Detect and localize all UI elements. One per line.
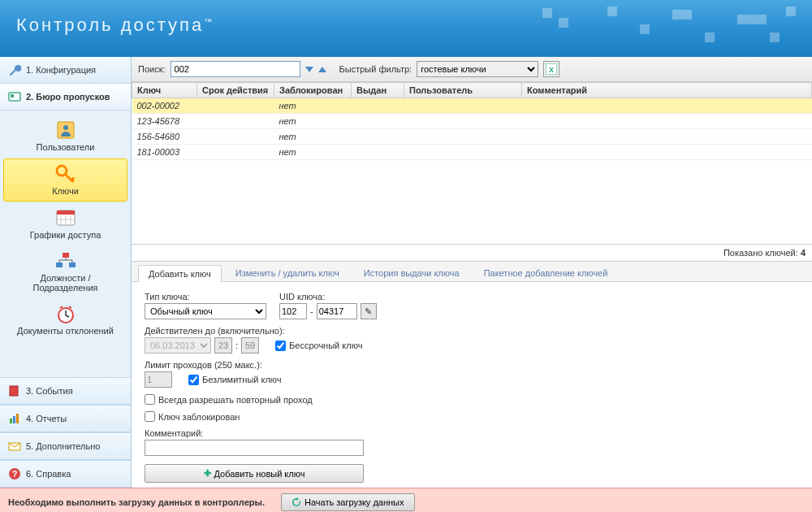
header-decoration (487, 0, 812, 57)
valid-hour-input (214, 337, 232, 354)
comment-label: Комментарий: (145, 428, 799, 438)
svg-point-3 (63, 125, 68, 130)
limit-label: Лимит проходов (250 макс.): (145, 360, 799, 370)
sub-schedules[interactable]: Графики доступа (3, 203, 127, 245)
svg-text:?: ? (12, 469, 18, 479)
unlimited-checkbox[interactable] (275, 341, 286, 351)
svg-rect-1 (11, 94, 14, 98)
sub-documents[interactable]: Документы отклонений (3, 299, 127, 341)
filter-select[interactable]: гостевые ключи (417, 61, 538, 77)
col-issued[interactable]: Выдан (352, 83, 404, 98)
sub-nav: Пользователи Ключи Графики доступа Должн… (0, 111, 131, 377)
svg-rect-12 (56, 263, 63, 267)
nav-bureau[interactable]: 2. Бюро пропусков (0, 84, 131, 111)
book-icon (8, 384, 21, 397)
tab-edit[interactable]: Изменить / удалить ключ (225, 264, 350, 281)
mail-icon (8, 440, 21, 453)
svg-rect-15 (10, 386, 18, 396)
chart-icon (8, 412, 21, 425)
tab-history[interactable]: История выдачи ключа (353, 264, 470, 281)
nav-label: 2. Бюро пропусков (26, 92, 110, 102)
tabs: Добавить ключ Изменить / удалить ключ Ис… (132, 262, 812, 282)
upload-button[interactable]: Начать загрузку данных (281, 493, 415, 511)
col-user[interactable]: Пользователь (404, 83, 522, 98)
excel-icon: X (546, 63, 557, 75)
nav-reports[interactable]: 4. Отчеты (0, 405, 131, 432)
uid2-input[interactable] (317, 303, 357, 319)
nav-help[interactable]: ? 6. Справка (0, 460, 131, 488)
calendar-icon (6, 208, 124, 228)
sub-label: Графики доступа (6, 230, 124, 240)
search-label: Поиск: (138, 64, 166, 74)
uid1-input[interactable] (279, 303, 307, 319)
app-header: Контроль доступа™ (0, 0, 812, 57)
export-excel-button[interactable]: X (543, 61, 559, 77)
unlimited-label: Бессрочный ключ (289, 341, 362, 350)
search-down-icon[interactable] (305, 67, 313, 72)
col-blocked[interactable]: Заблокирован (274, 83, 352, 98)
search-up-icon[interactable] (318, 67, 326, 72)
blocked-label: Ключ заблокирован (158, 412, 240, 422)
table-row[interactable]: 002-00002нет (132, 98, 812, 114)
repass-checkbox[interactable] (145, 394, 155, 405)
tab-add[interactable]: Добавить ключ (138, 265, 222, 282)
sub-label: Пользователи (6, 142, 124, 152)
help-icon: ? (8, 467, 21, 480)
uid-gen-button[interactable]: ✎ (361, 303, 377, 319)
blocked-checkbox[interactable] (145, 411, 155, 422)
sub-departments[interactable]: Должности / Подразделения (3, 246, 127, 297)
nav-config[interactable]: 1. Конфигурация (0, 57, 131, 84)
limit-input (145, 371, 172, 388)
unlimited-pass-checkbox[interactable] (188, 375, 199, 385)
repass-label: Всегда разрешать повторный проход (158, 395, 313, 405)
sub-keys[interactable]: Ключи (3, 158, 127, 202)
unlimited-pass-label: Безлимитный ключ (202, 375, 282, 384)
col-comment[interactable]: Комментарий (522, 83, 812, 98)
sub-users[interactable]: Пользователи (3, 115, 127, 157)
nav-events[interactable]: 3. События (0, 377, 131, 405)
svg-rect-17 (13, 416, 15, 423)
sidebar: 1. Конфигурация 2. Бюро пропусков Пользо… (0, 57, 132, 488)
uid-label: UID ключа: (279, 292, 377, 302)
col-valid[interactable]: Срок действия (197, 83, 274, 98)
col-key[interactable]: Ключ (132, 83, 197, 98)
valid-label: Действителен до (включительно): (145, 326, 799, 336)
nav-extra[interactable]: 5. Дополнительно (0, 432, 131, 460)
comment-input[interactable] (145, 440, 364, 456)
key-type-select[interactable]: Обычный ключ (145, 303, 266, 319)
wand-icon: ✎ (365, 306, 372, 317)
clock-icon (6, 304, 124, 323)
nav-label: 3. События (26, 386, 73, 396)
type-label: Тип ключа: (145, 292, 266, 302)
toolbar: Поиск: Быстрый фильтр: гостевые ключи X (132, 57, 812, 82)
wrench-icon (8, 63, 21, 76)
table-row[interactable]: 156-54680нет (132, 129, 812, 145)
sub-label: Ключи (7, 186, 123, 196)
refresh-icon (292, 497, 301, 507)
tab-batch[interactable]: Пакетное добавление ключей (473, 264, 619, 281)
grid-count: Показано ключей: 4 (132, 245, 812, 262)
table-row[interactable]: 181-00003нет (132, 145, 812, 160)
svg-text:X: X (549, 66, 554, 74)
filter-label: Быстрый фильтр: (339, 64, 412, 74)
add-key-button[interactable]: ✚ Добавить новый ключ (145, 464, 364, 483)
plus-icon: ✚ (204, 468, 211, 479)
key-icon (7, 164, 123, 184)
table-row[interactable]: 123-45678нет (132, 114, 812, 129)
valid-min-input (241, 337, 259, 354)
nav-label: 1. Конфигурация (26, 65, 96, 75)
svg-rect-18 (16, 414, 19, 423)
add-key-form: Тип ключа: Обычный ключ UID ключа: - ✎ Д… (132, 282, 812, 492)
card-icon (8, 90, 21, 103)
svg-rect-16 (10, 419, 12, 423)
search-input[interactable] (171, 61, 300, 77)
main-panel: Поиск: Быстрый фильтр: гостевые ключи X … (132, 57, 812, 488)
keys-grid: Ключ Срок действия Заблокирован Выдан По… (132, 82, 812, 245)
sub-label: Документы отклонений (6, 326, 124, 336)
nav-label: 6. Справка (26, 469, 71, 479)
org-icon (6, 251, 124, 271)
sub-label: Должности / Подразделения (6, 273, 124, 293)
svg-rect-13 (69, 263, 76, 267)
warning-text: Необходимо выполнить загрузку данных в к… (8, 497, 265, 507)
valid-date-select: 06.03.2013 (145, 337, 211, 354)
